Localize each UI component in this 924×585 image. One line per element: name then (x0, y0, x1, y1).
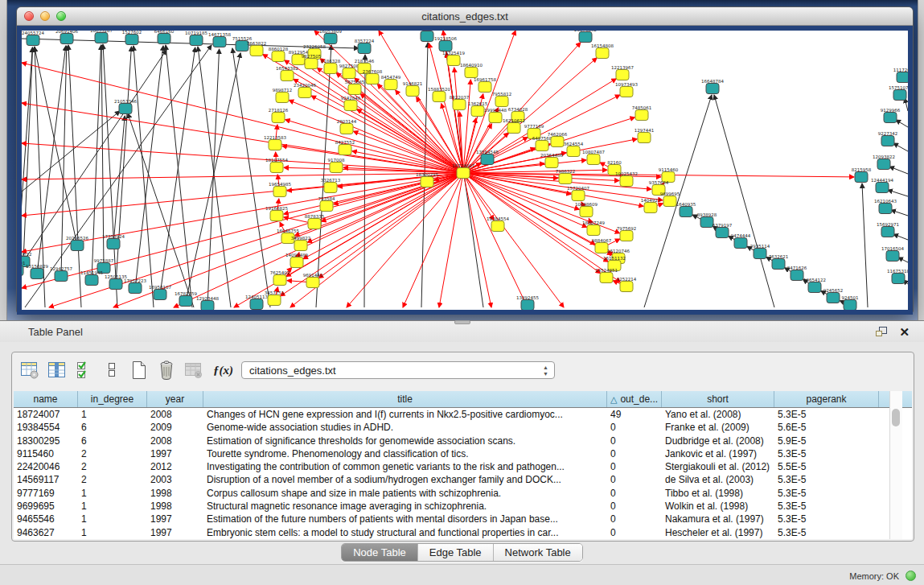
minimize-window-button[interactable] (40, 11, 50, 21)
graph-node[interactable]: 11675318 (887, 269, 908, 284)
graph-node[interactable]: 7955812 (492, 92, 512, 107)
graph-node[interactable]: 16782759 (175, 291, 197, 307)
table-row[interactable]: 1456911722003Disruption of a novel membe… (14, 473, 912, 486)
graph-node[interactable]: 10973493 (615, 82, 638, 97)
graph-node[interactable]: 24055724 (22, 31, 44, 46)
graph-node[interactable]: 12213967 (611, 65, 634, 80)
graph-node[interactable]: 8427552 (335, 140, 355, 155)
table-row[interactable]: 1938455462009Genome-wide association stu… (14, 421, 912, 434)
graph-node[interactable]: 16961758 (474, 77, 496, 93)
table-row[interactable]: 1830029562008Estimation of significance … (14, 435, 912, 447)
graph-node[interactable]: 1117264 (893, 68, 908, 83)
delete-table-button[interactable] (155, 359, 178, 381)
graph-node[interactable]: 2367608 (363, 69, 383, 84)
table-settings-button[interactable] (18, 359, 41, 381)
graph-node[interactable]: 7663822 (247, 41, 267, 56)
graph-node[interactable]: 15883520 (428, 87, 450, 102)
table-row[interactable]: 977716911998Corpus callosum shape and si… (14, 487, 912, 500)
graph-node[interactable]: 14524851 (595, 268, 618, 283)
splitter-grip[interactable] (454, 320, 470, 324)
graph-node[interactable]: 16154808 (591, 43, 614, 59)
graph-node[interactable]: 7485061 (632, 105, 652, 121)
graph-node[interactable]: 10025432 (615, 171, 638, 187)
graph-node[interactable]: 16210643 (874, 199, 897, 214)
graph-node[interactable]: 991591 (22, 261, 26, 276)
graph-node[interactable]: 11451945 (80, 270, 103, 286)
graph-node[interactable]: 6379197 (713, 223, 733, 238)
graph-node[interactable]: 753584 (318, 196, 335, 212)
graph-node[interactable]: 17957223 (124, 278, 146, 294)
tab-node-table[interactable]: Node Table (342, 544, 418, 561)
tab-network-table[interactable]: Network Table (494, 544, 582, 561)
graph-node[interactable]: 18807249 (582, 220, 605, 236)
graph-node[interactable]: 6466160 (154, 31, 175, 44)
zoom-window-button[interactable] (56, 11, 66, 21)
graph-node[interactable]: 9252214 (617, 277, 637, 292)
table-row[interactable]: 946362711997Embryonic stem cells: a mode… (14, 526, 912, 539)
graph-node[interactable]: 1297441 (634, 128, 655, 143)
graph-node[interactable]: 8454749 (381, 75, 401, 90)
graph-node[interactable]: 7632621 (769, 254, 789, 270)
column-header-out_de[interactable]: △out_de... (607, 391, 662, 407)
graph-node[interactable]: 3624554 (564, 142, 584, 157)
float-panel-icon[interactable] (875, 326, 888, 337)
graph-node[interactable]: 16053809 (319, 31, 342, 44)
column-header-year[interactable]: year (147, 391, 203, 407)
graph-node[interactable]: 12923448 (196, 296, 219, 311)
graph-node[interactable]: 12942757 (50, 266, 72, 282)
column-header-short[interactable]: short (662, 391, 774, 407)
graph-node[interactable]: 2718126 (269, 108, 289, 123)
graph-node[interactable]: 7625402 (270, 270, 290, 286)
column-header-title[interactable]: title (203, 391, 607, 407)
close-window-button[interactable] (24, 11, 34, 21)
graph-node[interactable]: 10807487 (582, 150, 605, 165)
table-scrollbar[interactable] (889, 391, 902, 539)
graph-node[interactable]: 1640935 (676, 202, 696, 217)
graph-node[interactable]: 16648784 (701, 79, 724, 94)
graph-node[interactable]: 12405113 (245, 295, 268, 310)
graph-node[interactable]: 19166825 (265, 206, 288, 221)
close-panel-icon[interactable]: ✕ (899, 326, 910, 338)
graph-node[interactable]: 20876862 (574, 31, 597, 43)
row-height-button[interactable] (101, 359, 123, 381)
graph-node[interactable]: 12213583 (264, 135, 286, 150)
column-header-pagerank[interactable]: pagerank (774, 391, 879, 407)
scrollbar-thumb[interactable] (892, 409, 900, 426)
table-source-select[interactable]: citations_edges.txt ▲▼ (241, 361, 555, 379)
memory-status-dot[interactable] (906, 571, 916, 581)
table-row[interactable]: 2242004622012Investigating the contribut… (14, 460, 912, 473)
table-row[interactable]: 969969511998Structural magnetic resonanc… (14, 500, 912, 513)
graph-node[interactable]: 20364486 (540, 153, 563, 168)
table-row[interactable]: 911546021997Tourette syndrome. Phenomeno… (14, 447, 912, 460)
graph-node[interactable]: 8186328 (321, 59, 341, 74)
column-header-name[interactable]: name (14, 391, 78, 407)
select-column-button[interactable] (46, 359, 68, 381)
tab-edge-table[interactable]: Edge Table (418, 544, 494, 561)
window-titlebar[interactable]: citations_edges.txt (17, 7, 913, 26)
graph-node[interactable]: 8357224 (355, 39, 375, 54)
graph-node[interactable]: 21053346 (114, 99, 137, 114)
graph-node[interactable]: 1527602 (122, 31, 142, 45)
graph-node[interactable]: 15751074 (889, 85, 908, 101)
select-rows-button[interactable] (73, 359, 96, 381)
graph-node[interactable]: 18640910 (460, 63, 483, 78)
graph-node[interactable]: 19654985 (269, 182, 291, 197)
graph-node[interactable]: 20691406 (55, 31, 78, 44)
network-window[interactable]: citations_edges.txt 24055724206914061065… (16, 6, 914, 312)
column-header-in_degree[interactable]: in_degree (78, 391, 147, 407)
graph-node[interactable]: 9691440 (303, 273, 323, 288)
network-canvas[interactable]: 2405572420691406106532871527602646616010… (17, 26, 913, 315)
new-table-button[interactable] (128, 359, 150, 381)
graph-node[interactable]: 19218506 (434, 36, 457, 51)
graph-node[interactable]: 924501 (842, 295, 859, 311)
function-builder-icon[interactable]: ƒ(x) (213, 364, 233, 377)
graph-node[interactable]: 917008 (328, 158, 345, 173)
graph-node[interactable]: 13892455 (516, 295, 539, 311)
graph-node[interactable]: 18107554 (265, 158, 288, 173)
graph-node[interactable]: 17353924 (102, 234, 125, 249)
graph-node[interactable]: 9242848 (341, 96, 361, 111)
graph-node[interactable]: 8215958 (852, 167, 872, 183)
graph-node[interactable]: 9146821 (403, 81, 423, 97)
graph-node[interactable]: 9474444 (731, 233, 751, 249)
graph-node[interactable]: 2935114 (750, 244, 770, 259)
